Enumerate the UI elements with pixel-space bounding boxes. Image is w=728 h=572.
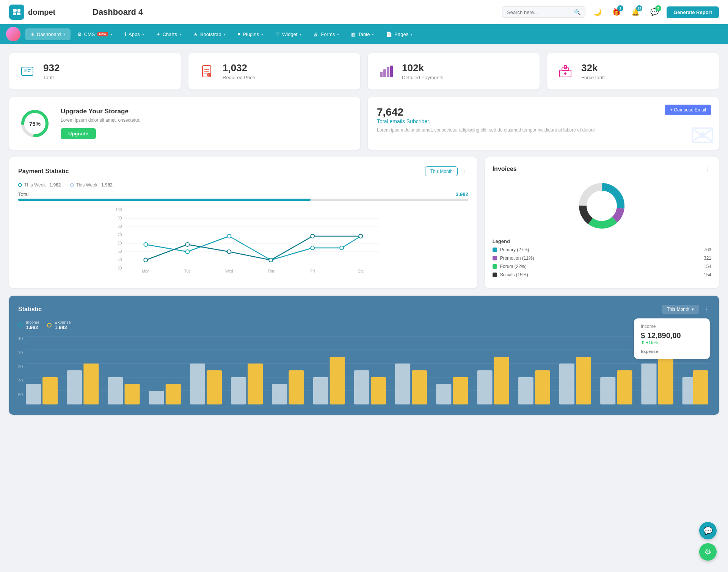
svg-rect-13	[387, 67, 389, 77]
statistic-this-month-btn[interactable]: This Month ▾	[662, 305, 699, 314]
svg-rect-74	[190, 364, 205, 404]
invoices-menu-btn[interactable]: ⋮	[704, 165, 711, 173]
nav-label-apps: Apps	[129, 31, 140, 37]
payment-header: Payment Statistic This Month ⋮	[18, 166, 468, 176]
income-legend-val: 1.982	[26, 324, 39, 330]
search-input[interactable]	[507, 9, 571, 15]
bar-chart-inner	[26, 336, 710, 406]
chat-icon-btn[interactable]: 💬 5	[648, 5, 661, 19]
gift-icon-btn[interactable]: 🎁 2	[610, 5, 623, 19]
payment-this-month-btn[interactable]: This Month	[425, 166, 457, 176]
nav-item-pages[interactable]: 📄 Pages ▾	[381, 28, 418, 40]
legend-color-promotion	[493, 256, 497, 260]
email-subtitle: Total emails Subcriber.	[377, 118, 710, 124]
svg-rect-89	[494, 357, 509, 404]
svg-rect-83	[371, 377, 386, 404]
nav-item-plugins[interactable]: ♥ Plugins ▾	[232, 28, 268, 40]
gift-badge: 2	[617, 5, 623, 11]
statistic-month-arrow: ▾	[692, 307, 694, 312]
nav-item-table[interactable]: ▦ Table ▾	[346, 28, 379, 40]
chat-badge: 5	[655, 5, 661, 11]
nav-item-bootstrap[interactable]: ★ Bootstrap ▾	[188, 28, 231, 40]
svg-text:50: 50	[118, 249, 122, 254]
generate-report-button[interactable]: Generate Report	[667, 6, 719, 18]
y-label-50: 50	[18, 392, 23, 397]
nav-avatar	[6, 27, 20, 41]
storage-info: Upgrade Your Storage Lorem ipsum dolor s…	[61, 108, 140, 139]
statistic-menu-btn[interactable]: ⋮	[703, 305, 710, 313]
moon-icon-btn[interactable]: 🌙	[591, 5, 604, 19]
svg-rect-87	[453, 377, 468, 404]
upgrade-button[interactable]: Upgrade	[61, 128, 96, 139]
stat-info-force: 32k Force tariff	[581, 62, 605, 80]
svg-text:70: 70	[118, 233, 122, 237]
nav-item-widget[interactable]: ♡ Widget ▾	[270, 28, 307, 40]
bootstrap-icon: ★	[193, 31, 198, 37]
legend-item-0: This Week 1.982	[18, 182, 61, 188]
compose-email-button[interactable]: + Compose Email	[665, 105, 711, 115]
nav-item-apps[interactable]: ℹ Apps ▾	[119, 28, 149, 40]
legend-left-1: Promotion (11%)	[493, 255, 534, 261]
stat-card-payments: 102k Detailed Payments	[368, 53, 540, 89]
svg-rect-14	[390, 66, 393, 77]
nav-label-cms: CMS	[84, 31, 95, 37]
nav-item-charts[interactable]: ✦ Charts ▾	[151, 28, 187, 40]
legend-label-socials: Socials (15%)	[500, 272, 528, 277]
nav-label-bootstrap: Bootstrap	[200, 31, 221, 37]
svg-rect-72	[149, 391, 164, 404]
nav-label-pages: Pages	[394, 31, 408, 37]
force-icon	[556, 62, 574, 80]
forms-icon: 🖨	[314, 31, 318, 37]
svg-rect-84	[395, 364, 410, 404]
table-arrow: ▾	[372, 32, 374, 36]
payment-progress-bar	[18, 199, 468, 201]
svg-point-50	[185, 243, 189, 246]
svg-rect-85	[412, 370, 427, 404]
payment-legend-row: This Week 1.982 This Week 1.982	[18, 182, 468, 188]
svg-text:Tue: Tue	[184, 269, 191, 273]
svg-rect-76	[231, 377, 246, 404]
svg-rect-86	[436, 384, 452, 404]
svg-rect-5	[24, 69, 27, 72]
svg-rect-94	[600, 377, 615, 404]
legend-list-item-0: Primary (27%) 763	[493, 247, 711, 252]
nav-item-forms[interactable]: 🖨 Forms ▾	[308, 28, 344, 40]
nav-item-cms[interactable]: ⚙ CMS New ▾	[72, 28, 118, 40]
legend-list-item-3: Socials (15%) 154	[493, 272, 711, 277]
svg-rect-11	[380, 72, 383, 77]
charts-icon: ✦	[156, 31, 160, 37]
svg-rect-4	[22, 67, 33, 75]
nav-label-plugins: Plugins	[243, 31, 259, 37]
payment-menu-btn[interactable]: ⋮	[461, 167, 468, 176]
svg-rect-70	[108, 377, 123, 404]
donut-chart-wrap	[493, 179, 711, 232]
top-header: dompet Dashboard 4 🔍 🌙 🎁 2 🔔 12 💬 5 Gene…	[0, 0, 728, 24]
bell-icon-btn[interactable]: 🔔 12	[629, 5, 642, 19]
statistic-header: Statistic This Month ▾ ⋮	[18, 305, 710, 314]
legend-val-1: 1.982	[101, 182, 113, 188]
statistic-card: Statistic This Month ▾ ⋮ Income 1.982	[9, 296, 719, 415]
total-label: Total	[18, 191, 28, 197]
svg-rect-99	[693, 370, 708, 404]
invoices-legend-list: Primary (27%) 763 Promotion (11%) 321 Fo…	[493, 247, 711, 277]
mid-row: 75% Upgrade Your Storage Lorem ipsum dol…	[9, 97, 719, 150]
bootstrap-arrow: ▾	[224, 32, 226, 36]
payments-icon	[377, 62, 395, 80]
charts-row: Payment Statistic This Month ⋮ This Week…	[9, 157, 719, 288]
svg-point-18	[564, 72, 566, 75]
income-change-icon: ⬆	[641, 340, 645, 345]
plugins-icon: ♥	[238, 31, 241, 37]
main-content: 932 Tariff + 1,032 Required Price	[0, 44, 728, 424]
tariff-value: 932	[43, 62, 60, 74]
page-title: Dashboard 4	[93, 7, 502, 17]
pages-icon: 📄	[386, 31, 392, 37]
legend-label-promotion: Promotion (11%)	[500, 255, 534, 261]
legend-item-1: This Week 1.982	[70, 182, 113, 188]
stat-card-force: 32k Force tariff	[547, 53, 719, 89]
svg-rect-93	[576, 357, 591, 404]
svg-rect-69	[84, 364, 99, 404]
search-box[interactable]: 🔍	[502, 6, 585, 18]
legend-list-item-1: Promotion (11%) 321	[493, 255, 711, 261]
nav-item-dashboard[interactable]: ⊞ Dashboard ▾	[25, 28, 71, 40]
svg-text:Thu: Thu	[268, 269, 274, 273]
